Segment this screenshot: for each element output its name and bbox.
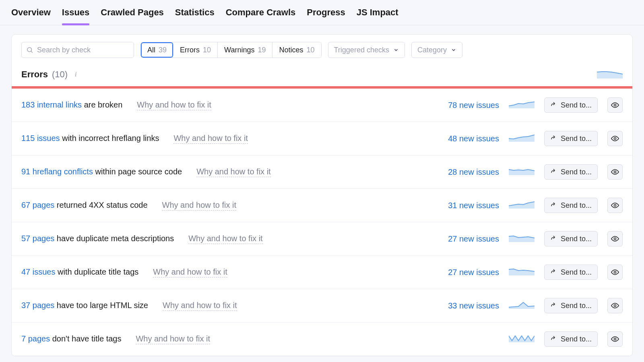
new-issues-link[interactable]: 78 new issues xyxy=(439,101,499,110)
eye-icon xyxy=(611,302,619,310)
why-and-how-link[interactable]: Why and how to fix it xyxy=(137,100,211,110)
send-to-button[interactable]: Send to... xyxy=(544,265,598,280)
tab-issues[interactable]: Issues xyxy=(62,7,90,25)
view-button[interactable] xyxy=(607,131,623,146)
new-issues-link[interactable]: 31 new issues xyxy=(439,201,499,210)
share-arrow-icon xyxy=(550,135,557,142)
svg-point-5 xyxy=(614,205,616,207)
issue-row: 37 pages have too large HTML sizeWhy and… xyxy=(12,289,632,323)
issue-row: 57 pages have duplicate meta description… xyxy=(12,222,632,256)
tab-crawled-pages[interactable]: Crawled Pages xyxy=(101,7,164,25)
issue-count-link[interactable]: 91 hreflang conflicts xyxy=(21,167,93,176)
send-to-button[interactable]: Send to... xyxy=(544,231,598,246)
issue-description[interactable]: 91 hreflang conflicts within page source… xyxy=(21,167,182,176)
issue-count-link[interactable]: 183 internal links xyxy=(21,100,82,109)
tab-overview[interactable]: Overview xyxy=(11,7,51,25)
view-button[interactable] xyxy=(607,97,623,113)
row-sparkline xyxy=(509,334,535,344)
filter-all[interactable]: All39 xyxy=(141,42,173,58)
view-button[interactable] xyxy=(607,164,623,180)
why-and-how-link[interactable]: Why and how to fix it xyxy=(163,301,237,311)
issue-row: 47 issues with duplicate title tagsWhy a… xyxy=(12,256,632,289)
send-to-label: Send to... xyxy=(561,268,592,277)
send-to-button[interactable]: Send to... xyxy=(544,97,598,113)
issue-text: have duplicate meta descriptions xyxy=(54,234,174,243)
share-arrow-icon xyxy=(550,101,557,109)
issue-text: with incorrect hreflang links xyxy=(60,134,159,143)
section-title: Errors (10) i xyxy=(21,69,80,80)
issue-description[interactable]: 47 issues with duplicate title tags xyxy=(21,267,138,277)
view-button[interactable] xyxy=(607,265,623,280)
row-sparkline xyxy=(509,234,535,244)
why-and-how-link[interactable]: Why and how to fix it xyxy=(173,134,248,144)
new-issues-link[interactable]: 28 new issues xyxy=(439,168,499,177)
issue-description[interactable]: 183 internal links are broken xyxy=(21,100,122,110)
issue-count-link[interactable]: 37 pages xyxy=(21,301,54,310)
why-and-how-link[interactable]: Why and how to fix it xyxy=(196,167,271,177)
search-wrap xyxy=(21,42,134,58)
send-to-button[interactable]: Send to... xyxy=(544,331,598,347)
issue-description[interactable]: 7 pages don't have title tags xyxy=(21,334,121,343)
section-count: (10) xyxy=(52,69,68,80)
view-button[interactable] xyxy=(607,198,623,213)
tab-compare-crawls[interactable]: Compare Crawls xyxy=(226,7,296,25)
send-to-button[interactable]: Send to... xyxy=(544,164,598,180)
tab-js-impact[interactable]: JS Impact xyxy=(357,7,398,25)
issue-main: 183 internal links are brokenWhy and how… xyxy=(21,100,429,110)
search-input[interactable] xyxy=(21,42,134,58)
why-and-how-link[interactable]: Why and how to fix it xyxy=(153,267,227,277)
why-and-how-link[interactable]: Why and how to fix it xyxy=(162,201,237,211)
issue-count-link[interactable]: 57 pages xyxy=(21,234,54,243)
view-button[interactable] xyxy=(607,331,623,347)
filter-notices[interactable]: Notices10 xyxy=(272,42,321,58)
category-dropdown[interactable]: Category xyxy=(411,42,462,58)
triggered-checks-dropdown[interactable]: Triggered checks xyxy=(328,42,405,58)
issues-list: 183 internal links are brokenWhy and how… xyxy=(12,89,632,356)
issue-description[interactable]: 115 issues with incorrect hreflang links xyxy=(21,134,159,143)
row-sparkline xyxy=(509,100,535,110)
issue-main: 57 pages have duplicate meta description… xyxy=(21,234,429,244)
view-button[interactable] xyxy=(607,298,623,313)
new-issues-link[interactable]: 27 new issues xyxy=(439,234,499,244)
issue-text: within page source code xyxy=(93,167,182,176)
issue-description[interactable]: 37 pages have too large HTML size xyxy=(21,301,148,310)
svg-point-9 xyxy=(614,338,616,340)
search-icon xyxy=(26,46,33,54)
why-and-how-link[interactable]: Why and how to fix it xyxy=(136,334,210,344)
send-to-button[interactable]: Send to... xyxy=(544,131,598,146)
issue-row: 115 issues with incorrect hreflang links… xyxy=(12,122,632,155)
issue-row: 91 hreflang conflicts within page source… xyxy=(12,155,632,189)
new-issues-link[interactable]: 48 new issues xyxy=(439,134,499,143)
filter-errors[interactable]: Errors10 xyxy=(173,42,218,58)
tab-progress[interactable]: Progress xyxy=(307,7,345,25)
filter-warnings[interactable]: Warnings19 xyxy=(218,42,272,58)
issue-description[interactable]: 67 pages returned 4XX status code xyxy=(21,201,148,210)
filter-label: Notices xyxy=(279,46,303,54)
issue-count-link[interactable]: 67 pages xyxy=(21,201,54,209)
why-and-how-link[interactable]: Why and how to fix it xyxy=(188,234,263,244)
svg-point-8 xyxy=(614,305,616,307)
new-issues-link[interactable]: 33 new issues xyxy=(439,301,499,310)
share-arrow-icon xyxy=(550,335,557,343)
issue-count-link[interactable]: 7 pages xyxy=(21,334,50,343)
issue-text: returned 4XX status code xyxy=(54,201,147,209)
send-to-label: Send to... xyxy=(561,235,592,243)
send-to-button[interactable]: Send to... xyxy=(544,298,598,313)
send-to-label: Send to... xyxy=(561,302,592,310)
view-button[interactable] xyxy=(607,231,623,246)
issue-main: 115 issues with incorrect hreflang links… xyxy=(21,134,429,144)
new-issues-link[interactable]: 27 new issues xyxy=(439,268,499,277)
issue-description[interactable]: 57 pages have duplicate meta description… xyxy=(21,234,174,243)
share-arrow-icon xyxy=(550,269,557,276)
issue-count-link[interactable]: 47 issues xyxy=(21,267,56,276)
svg-point-7 xyxy=(614,271,616,273)
eye-icon xyxy=(611,168,619,176)
info-icon[interactable]: i xyxy=(72,70,80,79)
filter-label: Warnings xyxy=(224,46,254,54)
eye-icon xyxy=(611,235,619,243)
tab-statistics[interactable]: Statistics xyxy=(175,7,215,25)
send-to-button[interactable]: Send to... xyxy=(544,198,598,213)
issue-count-link[interactable]: 115 issues xyxy=(21,134,60,143)
send-to-label: Send to... xyxy=(561,134,592,143)
filter-segments: All39Errors10Warnings19Notices10 xyxy=(140,42,322,58)
